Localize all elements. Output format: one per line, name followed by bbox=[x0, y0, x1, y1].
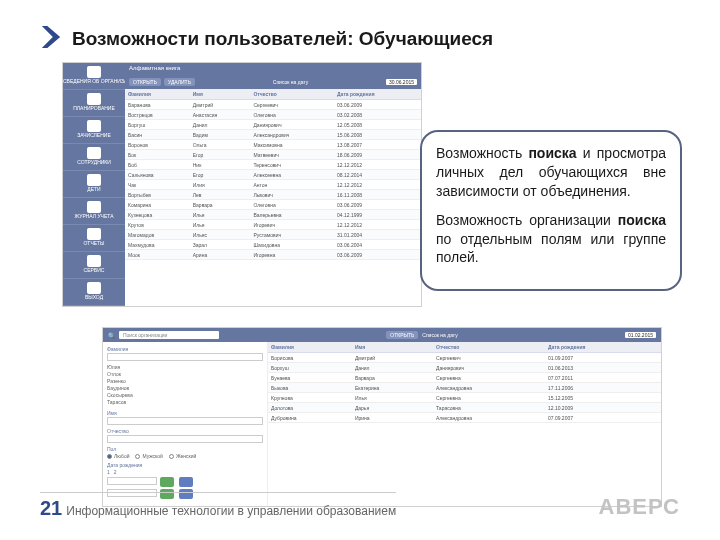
delete-button[interactable]: УДАЛИТЬ bbox=[164, 78, 195, 86]
sidebar-item[interactable]: ВЫХОД bbox=[63, 279, 125, 306]
name-field[interactable] bbox=[107, 417, 263, 425]
open-button-2[interactable]: ОТКРЫТЬ bbox=[386, 331, 418, 339]
table-row[interactable]: БорхушДанилДаниярович01.06.2013 bbox=[268, 363, 661, 373]
surname-field[interactable] bbox=[107, 353, 263, 361]
chevron-icon bbox=[40, 24, 62, 54]
table-row[interactable]: КрупноваИльяСергеевна15.12.2005 bbox=[268, 393, 661, 403]
apply-button[interactable] bbox=[160, 477, 174, 487]
footer-text: Информационные технологии в управлении о… bbox=[66, 504, 396, 518]
table-row[interactable]: БоргушДанилДаниярович12.05.2008 bbox=[125, 120, 421, 130]
label-patronymic: Отчество bbox=[107, 428, 263, 434]
slide-header: Возможности пользователей: Обучающиеся bbox=[40, 24, 493, 54]
sidebar-item[interactable]: ПЛАНИРОВАНИЕ bbox=[63, 90, 125, 117]
table-row[interactable]: СальяноваЕгорАлексеевна08.12.2014 bbox=[125, 170, 421, 180]
radio-male[interactable]: Мужской bbox=[135, 453, 162, 459]
app-screenshot-2: 🔍 Поиск организации ОТКРЫТЬ Список на да… bbox=[102, 327, 662, 507]
table-row[interactable]: МоокАринаИгоревна03.06.2009 bbox=[125, 250, 421, 260]
sidebar-item[interactable]: ОТЧЕТЫ bbox=[63, 225, 125, 252]
sidebar-item[interactable]: ЖУРНАЛ УЧЕТА bbox=[63, 198, 125, 225]
sidebar-item[interactable]: СВЕДЕНИЯ ОБ ОРГАНИЗАЦИИ bbox=[63, 63, 125, 90]
date-input-2[interactable]: 01.02.2015 bbox=[625, 332, 656, 338]
col-header[interactable]: Дата рождения bbox=[334, 89, 421, 100]
sidebar-item[interactable]: СЕРВИС bbox=[63, 252, 125, 279]
app-titlebar: Алфавитная книга bbox=[125, 63, 421, 75]
col-header[interactable]: Дата рождения bbox=[545, 342, 661, 353]
col-header[interactable]: Имя bbox=[352, 342, 433, 353]
col-header[interactable]: Отчество bbox=[433, 342, 545, 353]
app-screenshot-1: СВЕДЕНИЯ ОБ ОРГАНИЗАЦИИПЛАНИРОВАНИЕЗАЧИС… bbox=[62, 62, 422, 307]
app-toolbar: ОТКРЫТЬ УДАЛИТЬ Список на дату 30.06.201… bbox=[125, 75, 421, 89]
table-row[interactable]: БобНикТеренсович12.12.2012 bbox=[125, 160, 421, 170]
table-row[interactable]: КузнецоваИльяВалерьевна04.12.1999 bbox=[125, 210, 421, 220]
open-button[interactable]: ОТКРЫТЬ bbox=[129, 78, 161, 86]
table-row[interactable]: БасинВадимАлександрович15.06.2008 bbox=[125, 130, 421, 140]
radio-female[interactable]: Женский bbox=[169, 453, 196, 459]
label-name: Имя bbox=[107, 410, 263, 416]
app-sidebar: СВЕДЕНИЯ ОБ ОРГАНИЗАЦИИПЛАНИРОВАНИЕЗАЧИС… bbox=[63, 63, 125, 306]
students-table: ФамилияИмяОтчествоДата рождения Баранова… bbox=[125, 89, 421, 260]
table-row[interactable]: ВортыбевЛевЛьвович16.11.2008 bbox=[125, 190, 421, 200]
table-row[interactable]: КрутовИльяИгоревич12.12.2012 bbox=[125, 220, 421, 230]
table-row[interactable]: ДолотоваДарьяТарасовна12.10.2009 bbox=[268, 403, 661, 413]
org-search-input[interactable]: Поиск организации bbox=[119, 331, 219, 339]
label-surname: Фамилия bbox=[107, 346, 263, 352]
table-row[interactable]: МахмудоваЗаралШахидовна03.06.2004 bbox=[125, 240, 421, 250]
table-row[interactable]: БунаеваВарвараСергеевна07.07.2011 bbox=[268, 373, 661, 383]
table-row[interactable]: ВострецовАнастасияОлеговна03.02.2008 bbox=[125, 110, 421, 120]
search-form: Фамилия ЮлияОтлокРазенкоБаудиновСкосырев… bbox=[103, 342, 268, 506]
annotation-callout: Возможность поиска и просмотра личных де… bbox=[420, 130, 682, 291]
table-row[interactable]: БарановаДмитрийСергеевич03.06.2009 bbox=[125, 100, 421, 110]
date-label: Список на дату bbox=[273, 79, 308, 85]
date-label-2: Список на дату bbox=[422, 332, 457, 338]
col-header[interactable]: Фамилия bbox=[268, 342, 352, 353]
page-number: 21 bbox=[40, 497, 62, 520]
sidebar-item[interactable]: СОТРУДНИКИ bbox=[63, 144, 125, 171]
table-row[interactable]: ВороновОльгаМаксимовна13.08.2007 bbox=[125, 140, 421, 150]
results-table: ФамилияИмяОтчествоДата рождения Борисова… bbox=[268, 342, 661, 423]
patronymic-field[interactable] bbox=[107, 435, 263, 443]
date-input[interactable]: 30.06.2015 bbox=[386, 79, 417, 85]
sidebar-item[interactable]: ДЕТИ bbox=[63, 171, 125, 198]
brand-logo: АВЕРС bbox=[599, 494, 680, 520]
col-header[interactable]: Отчество bbox=[250, 89, 334, 100]
table-row[interactable]: БорисоваДмитрийСергеевич01.09.2007 bbox=[268, 353, 661, 363]
radio-any[interactable]: Любой bbox=[107, 453, 129, 459]
col-header[interactable]: Фамилия bbox=[125, 89, 190, 100]
label-gender: Пол bbox=[107, 446, 263, 452]
table-row[interactable]: БокЕгорМатвеевич18.06.2009 bbox=[125, 150, 421, 160]
table-row[interactable]: ДубровинаИринаАлександровна07.09.2007 bbox=[268, 413, 661, 423]
page-title: Возможности пользователей: Обучающиеся bbox=[72, 28, 493, 50]
table-row[interactable]: БыковаЕкатеринаАлександровна17.11.2006 bbox=[268, 383, 661, 393]
table-row[interactable]: МагомадовИльясРустамович31.01.2004 bbox=[125, 230, 421, 240]
table-row[interactable]: КомаринаВарвараОлеговна03.06.2009 bbox=[125, 200, 421, 210]
slide-footer: 21 Информационные технологии в управлени… bbox=[40, 492, 680, 520]
col-header[interactable]: Имя bbox=[190, 89, 251, 100]
search-toolbar: 🔍 Поиск организации ОТКРЫТЬ Список на да… bbox=[103, 328, 661, 342]
reset-button[interactable] bbox=[179, 477, 193, 487]
sidebar-item[interactable]: ЗАЧИСЛЕНИЕ bbox=[63, 117, 125, 144]
table-row[interactable]: ЧакИлияАнтон12.12.2012 bbox=[125, 180, 421, 190]
dob-field[interactable] bbox=[107, 477, 157, 485]
label-dob: Дата рождения bbox=[107, 462, 263, 468]
